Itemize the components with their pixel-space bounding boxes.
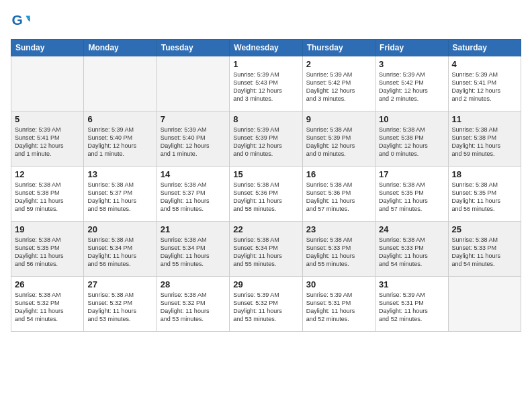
day-number: 6: [87, 114, 152, 124]
day-info: Sunrise: 5:38 AM Sunset: 5:34 PM Dayligh…: [87, 236, 152, 269]
calendar-cell: 22Sunrise: 5:38 AM Sunset: 5:34 PM Dayli…: [230, 222, 302, 277]
calendar-cell: 24Sunrise: 5:38 AM Sunset: 5:33 PM Dayli…: [375, 222, 448, 277]
calendar-cell: [84, 56, 157, 111]
day-number: 25: [452, 224, 517, 234]
day-info: Sunrise: 5:38 AM Sunset: 5:38 PM Dayligh…: [379, 126, 444, 158]
day-number: 12: [15, 169, 80, 179]
calendar-cell: 2Sunrise: 5:39 AM Sunset: 5:42 PM Daylig…: [302, 56, 375, 111]
calendar-cell: 4Sunrise: 5:39 AM Sunset: 5:41 PM Daylig…: [448, 56, 521, 111]
page: G SundayMondayTuesdayWednesdayThursdayFr…: [0, 0, 532, 411]
day-info: Sunrise: 5:38 AM Sunset: 5:38 PM Dayligh…: [452, 126, 517, 158]
weekday-header: Monday: [84, 40, 157, 56]
calendar-cell: 23Sunrise: 5:38 AM Sunset: 5:33 PM Dayli…: [302, 222, 375, 277]
weekday-header: Thursday: [302, 40, 375, 56]
weekday-header: Tuesday: [157, 40, 229, 56]
day-number: 16: [306, 169, 371, 179]
day-info: Sunrise: 5:39 AM Sunset: 5:31 PM Dayligh…: [379, 291, 444, 324]
day-info: Sunrise: 5:39 AM Sunset: 5:41 PM Dayligh…: [15, 126, 80, 158]
calendar-cell: 12Sunrise: 5:38 AM Sunset: 5:38 PM Dayli…: [11, 167, 84, 222]
calendar-week-row: 1Sunrise: 5:39 AM Sunset: 5:43 PM Daylig…: [11, 56, 521, 111]
calendar-cell: 10Sunrise: 5:38 AM Sunset: 5:38 PM Dayli…: [375, 111, 448, 167]
calendar-cell: 6Sunrise: 5:39 AM Sunset: 5:40 PM Daylig…: [84, 111, 157, 167]
day-info: Sunrise: 5:38 AM Sunset: 5:34 PM Dayligh…: [233, 236, 298, 269]
calendar-cell: 8Sunrise: 5:39 AM Sunset: 5:39 PM Daylig…: [230, 111, 302, 167]
day-number: 21: [161, 224, 226, 234]
day-info: Sunrise: 5:38 AM Sunset: 5:35 PM Dayligh…: [452, 181, 517, 214]
day-number: 7: [161, 114, 226, 124]
day-info: Sunrise: 5:38 AM Sunset: 5:32 PM Dayligh…: [161, 291, 226, 324]
day-number: 19: [15, 224, 80, 234]
day-number: 11: [452, 114, 517, 124]
calendar-week-row: 5Sunrise: 5:39 AM Sunset: 5:41 PM Daylig…: [11, 111, 521, 167]
day-number: 9: [306, 114, 371, 124]
day-number: 8: [233, 114, 298, 124]
calendar-cell: 13Sunrise: 5:38 AM Sunset: 5:37 PM Dayli…: [84, 167, 157, 222]
day-info: Sunrise: 5:38 AM Sunset: 5:37 PM Dayligh…: [161, 181, 226, 214]
weekday-header: Saturday: [448, 40, 521, 56]
day-number: 27: [87, 279, 152, 289]
calendar-header-row: SundayMondayTuesdayWednesdayThursdayFrid…: [11, 40, 521, 56]
day-info: Sunrise: 5:38 AM Sunset: 5:38 PM Dayligh…: [15, 181, 80, 214]
weekday-header: Wednesday: [230, 40, 302, 56]
day-number: 2: [306, 59, 371, 69]
day-info: Sunrise: 5:39 AM Sunset: 5:42 PM Dayligh…: [379, 71, 444, 103]
calendar-cell: 31Sunrise: 5:39 AM Sunset: 5:31 PM Dayli…: [375, 277, 448, 332]
day-number: 10: [379, 114, 444, 124]
calendar-cell: [448, 277, 521, 332]
day-info: Sunrise: 5:38 AM Sunset: 5:39 PM Dayligh…: [306, 126, 371, 158]
header: G: [11, 11, 521, 31]
day-number: 3: [379, 59, 444, 69]
day-number: 22: [233, 224, 298, 234]
day-info: Sunrise: 5:38 AM Sunset: 5:36 PM Dayligh…: [233, 181, 298, 214]
day-info: Sunrise: 5:39 AM Sunset: 5:41 PM Dayligh…: [452, 71, 517, 103]
calendar-cell: 26Sunrise: 5:38 AM Sunset: 5:32 PM Dayli…: [11, 277, 84, 332]
day-info: Sunrise: 5:38 AM Sunset: 5:35 PM Dayligh…: [15, 236, 80, 269]
day-info: Sunrise: 5:38 AM Sunset: 5:36 PM Dayligh…: [306, 181, 371, 214]
day-info: Sunrise: 5:38 AM Sunset: 5:33 PM Dayligh…: [379, 236, 444, 269]
weekday-header: Friday: [375, 40, 448, 56]
day-info: Sunrise: 5:39 AM Sunset: 5:40 PM Dayligh…: [161, 126, 226, 158]
day-number: 13: [87, 169, 152, 179]
logo-icon: G: [11, 11, 31, 31]
calendar-cell: 7Sunrise: 5:39 AM Sunset: 5:40 PM Daylig…: [157, 111, 229, 167]
calendar-cell: 19Sunrise: 5:38 AM Sunset: 5:35 PM Dayli…: [11, 222, 84, 277]
calendar-cell: 16Sunrise: 5:38 AM Sunset: 5:36 PM Dayli…: [302, 167, 375, 222]
day-info: Sunrise: 5:38 AM Sunset: 5:32 PM Dayligh…: [15, 291, 80, 324]
day-number: 26: [15, 279, 80, 289]
day-number: 1: [233, 59, 298, 69]
day-info: Sunrise: 5:39 AM Sunset: 5:31 PM Dayligh…: [306, 291, 371, 324]
day-number: 20: [87, 224, 152, 234]
calendar-cell: 29Sunrise: 5:39 AM Sunset: 5:32 PM Dayli…: [230, 277, 302, 332]
day-number: 15: [233, 169, 298, 179]
calendar-cell: [11, 56, 84, 111]
day-number: 5: [15, 114, 80, 124]
day-number: 17: [379, 169, 444, 179]
day-number: 31: [379, 279, 444, 289]
day-info: Sunrise: 5:39 AM Sunset: 5:43 PM Dayligh…: [233, 71, 298, 103]
calendar-cell: 28Sunrise: 5:38 AM Sunset: 5:32 PM Dayli…: [157, 277, 229, 332]
calendar-cell: 27Sunrise: 5:38 AM Sunset: 5:32 PM Dayli…: [84, 277, 157, 332]
day-info: Sunrise: 5:38 AM Sunset: 5:35 PM Dayligh…: [379, 181, 444, 214]
day-number: 24: [379, 224, 444, 234]
day-info: Sunrise: 5:39 AM Sunset: 5:32 PM Dayligh…: [233, 291, 298, 324]
weekday-header: Sunday: [11, 40, 84, 56]
day-number: 14: [161, 169, 226, 179]
calendar-cell: 14Sunrise: 5:38 AM Sunset: 5:37 PM Dayli…: [157, 167, 229, 222]
calendar-cell: 5Sunrise: 5:39 AM Sunset: 5:41 PM Daylig…: [11, 111, 84, 167]
day-info: Sunrise: 5:38 AM Sunset: 5:34 PM Dayligh…: [161, 236, 226, 269]
calendar-cell: 21Sunrise: 5:38 AM Sunset: 5:34 PM Dayli…: [157, 222, 229, 277]
calendar-week-row: 12Sunrise: 5:38 AM Sunset: 5:38 PM Dayli…: [11, 167, 521, 222]
calendar-cell: 20Sunrise: 5:38 AM Sunset: 5:34 PM Dayli…: [84, 222, 157, 277]
svg-text:G: G: [12, 12, 23, 28]
day-info: Sunrise: 5:38 AM Sunset: 5:33 PM Dayligh…: [452, 236, 517, 269]
day-number: 28: [161, 279, 226, 289]
calendar-cell: 25Sunrise: 5:38 AM Sunset: 5:33 PM Dayli…: [448, 222, 521, 277]
logo: G: [11, 11, 34, 31]
calendar-week-row: 19Sunrise: 5:38 AM Sunset: 5:35 PM Dayli…: [11, 222, 521, 277]
calendar-cell: 9Sunrise: 5:38 AM Sunset: 5:39 PM Daylig…: [302, 111, 375, 167]
calendar-cell: 3Sunrise: 5:39 AM Sunset: 5:42 PM Daylig…: [375, 56, 448, 111]
day-info: Sunrise: 5:38 AM Sunset: 5:32 PM Dayligh…: [87, 291, 152, 324]
day-number: 4: [452, 59, 517, 69]
calendar-cell: 17Sunrise: 5:38 AM Sunset: 5:35 PM Dayli…: [375, 167, 448, 222]
calendar-cell: 30Sunrise: 5:39 AM Sunset: 5:31 PM Dayli…: [302, 277, 375, 332]
